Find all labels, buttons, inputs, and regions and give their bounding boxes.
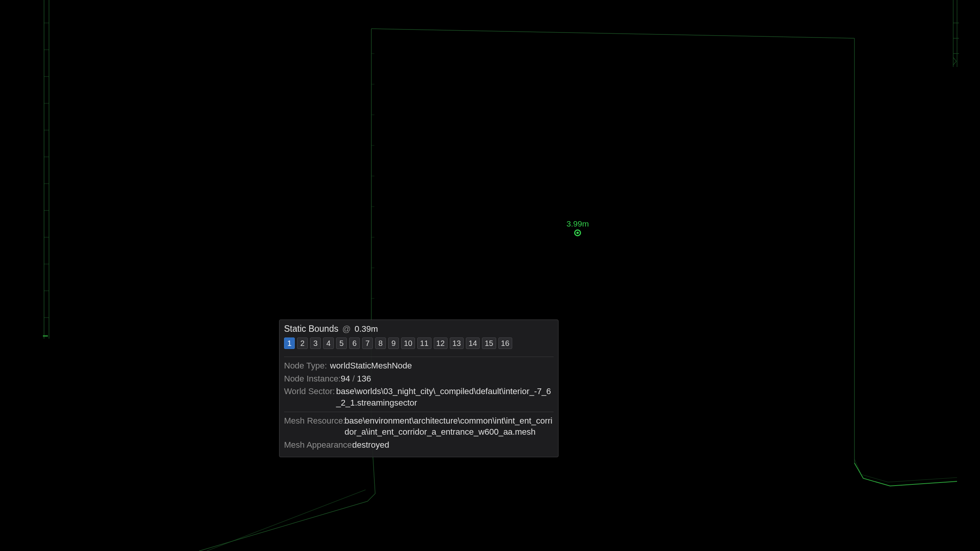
node-info-panel: Static Bounds @ 0.39m 123456789101112131…: [279, 320, 559, 457]
mesh-resource-value: base\environment\architecture\common\int…: [345, 415, 554, 438]
world-sector-row: World Sector: base\worlds\03_night_city\…: [284, 386, 554, 408]
instance-tabs: 12345678910111213141516: [284, 337, 554, 353]
node-instance-row: Node Instance: 94 / 136: [284, 373, 554, 385]
mesh-resource-row: Mesh Resource: base\environment\architec…: [284, 415, 554, 438]
instance-tab-3[interactable]: 3: [310, 337, 321, 349]
panel-title: Static Bounds: [284, 324, 338, 334]
instance-tab-9[interactable]: 9: [388, 337, 399, 349]
instance-tab-2[interactable]: 2: [297, 337, 308, 349]
node-instance-sep: /: [352, 373, 354, 385]
target-reticle-icon: [574, 230, 581, 236]
instance-tab-12[interactable]: 12: [434, 337, 448, 349]
instance-tab-11[interactable]: 11: [417, 337, 431, 349]
instance-tab-5[interactable]: 5: [336, 337, 347, 349]
panel-header: Static Bounds @ 0.39m: [284, 324, 554, 334]
instance-tab-14[interactable]: 14: [466, 337, 480, 349]
node-type-value: worldStaticMeshNode: [330, 360, 554, 372]
node-instance-label: Node Instance:: [284, 373, 338, 385]
instance-tab-1[interactable]: 1: [284, 337, 295, 349]
node-type-label: Node Type:: [284, 360, 327, 372]
target-distance-label: 3.99m: [567, 219, 589, 228]
instance-tab-4[interactable]: 4: [323, 337, 334, 349]
instance-tab-7[interactable]: 7: [362, 337, 373, 349]
instance-tab-15[interactable]: 15: [482, 337, 496, 349]
mesh-appearance-value: destroyed: [352, 439, 554, 451]
panel-distance: 0.39m: [354, 324, 378, 334]
node-info-block: Node Type: worldStaticMeshNode Node Inst…: [284, 357, 554, 409]
target-marker: 3.99m: [567, 219, 589, 236]
instance-tab-8[interactable]: 8: [375, 337, 386, 349]
panel-at-symbol: @: [342, 324, 351, 334]
mesh-resource-label: Mesh Resource:: [284, 415, 341, 427]
instance-tab-13[interactable]: 13: [450, 337, 464, 349]
wireframe-overlay: [0, 0, 980, 551]
instance-tab-16[interactable]: 16: [498, 337, 512, 349]
node-type-row: Node Type: worldStaticMeshNode: [284, 360, 554, 372]
mesh-appearance-label: Mesh Appearance:: [284, 439, 349, 451]
node-instance-value-a: 94: [341, 373, 350, 385]
instance-tab-6[interactable]: 6: [349, 337, 360, 349]
world-sector-value: base\worlds\03_night_city\_compiled\defa…: [336, 386, 554, 408]
instance-tab-10[interactable]: 10: [401, 337, 415, 349]
mesh-appearance-row: Mesh Appearance: destroyed: [284, 439, 554, 451]
mesh-info-block: Mesh Resource: base\environment\architec…: [284, 412, 554, 451]
viewport-3d[interactable]: 3.99m Static Bounds @ 0.39m 123456789101…: [0, 0, 980, 551]
node-instance-value-b: 136: [357, 373, 371, 385]
world-sector-label: World Sector:: [284, 386, 333, 397]
